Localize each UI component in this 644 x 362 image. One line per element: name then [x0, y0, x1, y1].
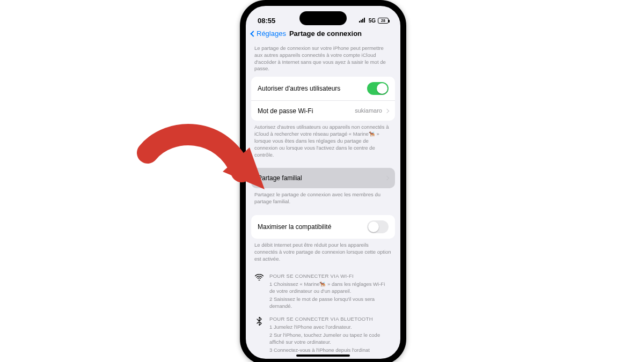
chevron-left-icon [250, 31, 256, 36]
dynamic-island [299, 11, 347, 25]
battery-icon: 28 [378, 18, 389, 24]
back-button[interactable]: Réglages [251, 29, 286, 38]
instructions-bluetooth: POUR SE CONNECTER VIA BLUETOOTH 1 Jumele… [251, 313, 395, 357]
wifi-password-label: Mot de passe Wi-Fi [258, 107, 313, 115]
family-help-text: Partagez le partage de connexion avec le… [251, 188, 395, 210]
allow-toggle[interactable] [367, 82, 389, 95]
wifi-instr-step2: 2 Saisissez le mot de passe lorsqu'il vo… [269, 295, 392, 310]
page-title: Partage de connexion [289, 29, 362, 38]
allow-label: Autoriser d'autres utilisateurs [258, 84, 340, 93]
row-allow-others[interactable]: Autoriser d'autres utilisateurs [251, 77, 395, 100]
svg-rect-4 [364, 18, 365, 23]
instructions-wifi: POUR SE CONNECTER VIA WI-FI 1 Choisissez… [251, 270, 395, 313]
row-family-sharing[interactable]: Partage familial [251, 168, 395, 188]
chevron-right-icon [385, 176, 389, 180]
bluetooth-icon [254, 316, 264, 353]
back-label: Réglages [257, 29, 286, 38]
nav-bar: Réglages Partage de connexion [246, 29, 400, 42]
compat-toggle[interactable] [367, 220, 389, 233]
phone-frame: 08:55 5G 28 Réglages Partage de connexio… [240, 0, 406, 362]
family-label: Partage familial [258, 174, 302, 182]
wifi-instr-step1: 1 Choisissez « Marine🐕‍🦺 » dans les régl… [269, 280, 392, 295]
bt-instr-step3: 3 Connectez-vous à l'iPhone depuis l'ord… [269, 346, 392, 354]
home-indicator[interactable] [296, 354, 350, 357]
content-scroll[interactable]: Le partage de connexion sur votre iPhone… [246, 42, 400, 359]
screen: 08:55 5G 28 Réglages Partage de connexio… [246, 6, 400, 359]
bt-instr-title: POUR SE CONNECTER VIA BLUETOOTH [269, 316, 392, 323]
svg-rect-2 [361, 20, 362, 23]
bt-instr-step1: 1 Jumelez l'iPhone avec l'ordinateur. [269, 323, 392, 331]
wifi-instr-title: POUR SE CONNECTER VIA WI-FI [269, 273, 392, 280]
compat-label: Maximiser la compatibilité [258, 223, 331, 231]
svg-rect-1 [359, 21, 360, 23]
intro-text: Le partage de connexion sur votre iPhone… [251, 42, 395, 77]
network-label: 5G [369, 18, 376, 24]
compat-help-text: Le débit Internet peut être réduit pour … [251, 239, 395, 267]
chevron-right-icon [385, 109, 389, 113]
group-family: Partage familial [251, 168, 395, 188]
allow-help-text: Autorisez d'autres utilisateurs ou appar… [251, 121, 395, 162]
group-compat: Maximiser la compatibilité [251, 215, 395, 239]
wifi-password-value: sukiamaro [355, 107, 382, 115]
row-wifi-password[interactable]: Mot de passe Wi-Fi sukiamaro [251, 100, 395, 121]
status-time: 08:55 [258, 17, 275, 25]
battery-percent: 28 [381, 19, 385, 23]
signal-icon [359, 17, 367, 24]
row-maximize-compat[interactable]: Maximiser la compatibilité [251, 215, 395, 239]
group-allow: Autoriser d'autres utilisateurs Mot de p… [251, 77, 395, 121]
wifi-icon [254, 273, 264, 309]
bt-instr-step2: 2 Sur l'iPhone, touchez Jumeler ou tapez… [269, 331, 392, 346]
svg-rect-3 [362, 19, 363, 23]
